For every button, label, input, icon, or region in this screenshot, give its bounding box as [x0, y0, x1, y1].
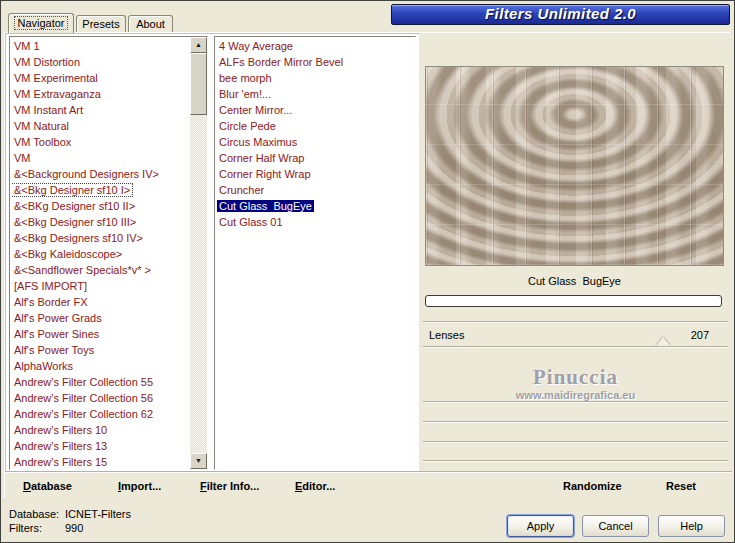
category-item[interactable]: VM [12, 150, 188, 166]
category-item[interactable]: [AFS IMPORT] [12, 278, 188, 294]
filter-item[interactable]: Cut Glass BugEye [217, 198, 413, 214]
filter-item[interactable]: bee morph [217, 70, 413, 86]
category-item-label: [AFS IMPORT] [12, 280, 89, 292]
category-item[interactable]: Andrew's Filter Collection 56 [12, 390, 188, 406]
filter-item[interactable]: ALFs Border Mirror Bevel [217, 54, 413, 70]
category-item-label: Alf's Power Grads [12, 312, 104, 324]
status-filters-value: 990 [65, 522, 83, 534]
category-item-label: Alf's Border FX [12, 296, 90, 308]
category-item[interactable]: &<Bkg Designer sf10 I> [12, 182, 188, 198]
category-item-label: &<Bkg Kaleidoscope> [12, 248, 124, 260]
category-item-label: VM Extravaganza [12, 88, 103, 100]
filter-info-button[interactable]: Filter Info... [200, 472, 259, 500]
preview-panel: Cut Glass BugEye Lenses 207 Pinuccia www… [419, 33, 732, 471]
help-button[interactable]: Help [658, 515, 725, 537]
randomize-button[interactable]: Randomize [563, 472, 622, 500]
filter-item-label: ALFs Border Mirror Bevel [217, 56, 345, 68]
category-item[interactable]: VM Extravaganza [12, 86, 188, 102]
watermark-url: www.maidiregrafica.eu [419, 389, 732, 401]
scroll-up-icon: ▲ [195, 41, 202, 48]
slider-thumb-icon[interactable] [656, 337, 670, 346]
category-item-label: Alf's Power Toys [12, 344, 96, 356]
scroll-down-button[interactable]: ▼ [190, 453, 207, 469]
category-item[interactable]: Andrew's Filter Collection 62 [12, 406, 188, 422]
filter-item[interactable]: Blur 'em!... [217, 86, 413, 102]
category-item[interactable]: &<Bkg Kaleidoscope> [12, 246, 188, 262]
category-item-label: &<Bkg Designer sf10 I> [12, 184, 132, 196]
category-item-label: Andrew's Filter Collection 55 [12, 376, 155, 388]
category-item-label: &<Bkg Designer sf10 III> [12, 216, 138, 228]
category-item-label: VM Experimental [12, 72, 100, 84]
category-item[interactable]: VM Toolbox [12, 134, 188, 150]
filter-item-label: Cut Glass 01 [217, 216, 285, 228]
category-item[interactable]: &<Sandflower Specials*v* > [12, 262, 188, 278]
tab-navigator[interactable]: Navigator [8, 13, 74, 33]
filters-unlimited-window: Filters Unlimited 2.0 Navigator Presets … [0, 0, 735, 543]
filter-item[interactable]: Circle Pede [217, 118, 413, 134]
filter-list[interactable]: 4 Way AverageALFs Border Mirror Bevelbee… [214, 36, 416, 470]
filter-item[interactable]: Circus Maximus [217, 134, 413, 150]
category-item[interactable]: &<Bkg Designer sf10 III> [12, 214, 188, 230]
filter-item[interactable]: Cruncher [217, 182, 413, 198]
category-item-label: &<Background Designers IV> [12, 168, 161, 180]
category-item[interactable]: AlphaWorks [12, 358, 188, 374]
category-item[interactable]: Alf's Border FX [12, 294, 188, 310]
filter-item-label: Corner Right Wrap [217, 168, 313, 180]
filter-item-label: Circle Pede [217, 120, 278, 132]
param-row-lenses: Lenses 207 [425, 325, 722, 345]
app-title: Filters Unlimited 2.0 [485, 5, 636, 22]
filter-item[interactable]: Corner Half Wrap [217, 150, 413, 166]
category-item[interactable]: Alf's Power Sines [12, 326, 188, 342]
watermark-name: Pinuccia [419, 365, 732, 390]
apply-button[interactable]: Apply [507, 515, 574, 537]
filter-item[interactable]: 4 Way Average [217, 38, 413, 54]
category-item[interactable]: VM Experimental [12, 70, 188, 86]
tab-navigator-label: Navigator [15, 17, 66, 29]
category-item[interactable]: Alf's Power Grads [12, 310, 188, 326]
editor-button[interactable]: Editor... [295, 472, 335, 500]
import-button[interactable]: Import... [118, 472, 161, 500]
category-item[interactable]: Andrew's Filter Collection 55 [12, 374, 188, 390]
category-item-label: &<Bkg Designers sf10 IV> [12, 232, 145, 244]
category-item[interactable]: VM Natural [12, 118, 188, 134]
category-scrollbar-track[interactable]: ▲ ▼ [190, 37, 207, 469]
tab-about-label: About [136, 18, 165, 30]
filter-item-label: 4 Way Average [217, 40, 295, 52]
category-item-label: VM Natural [12, 120, 71, 132]
tab-presets-label: Presets [82, 18, 119, 30]
category-item-label: VM 1 [12, 40, 42, 52]
divider [423, 441, 728, 443]
category-item[interactable]: VM Distortion [12, 54, 188, 70]
param-value: 207 [691, 325, 709, 345]
scroll-down-icon: ▼ [195, 457, 202, 464]
category-item[interactable]: VM 1 [12, 38, 188, 54]
category-list[interactable]: VM 1VM DistortionVM ExperimentalVM Extra… [9, 36, 208, 470]
preview-image[interactable] [425, 66, 724, 266]
category-item[interactable]: Andrew's Filters 15 [12, 454, 188, 470]
filter-item[interactable]: Corner Right Wrap [217, 166, 413, 182]
category-item[interactable]: Andrew's Filters 10 [12, 422, 188, 438]
category-item-label: VM Distortion [12, 56, 82, 68]
filter-item[interactable]: Cut Glass 01 [217, 214, 413, 230]
category-item[interactable]: &<Bkg Designers sf10 IV> [12, 230, 188, 246]
cancel-button[interactable]: Cancel [582, 515, 649, 537]
category-item[interactable]: VM Instant Art [12, 102, 188, 118]
category-item[interactable]: Andrew's Filters 13 [12, 438, 188, 454]
database-button[interactable]: Database [23, 472, 72, 500]
category-item-label: Alf's Power Sines [12, 328, 101, 340]
category-item[interactable]: &<BKg Designer sf10 II> [12, 198, 188, 214]
category-item-label: Andrew's Filter Collection 56 [12, 392, 155, 404]
filter-slider-track[interactable] [425, 295, 722, 307]
filter-item[interactable]: Center Mirror... [217, 102, 413, 118]
divider [423, 346, 728, 348]
scroll-up-button[interactable]: ▲ [190, 37, 207, 53]
tab-presets[interactable]: Presets [76, 15, 126, 33]
category-item[interactable]: Alf's Power Toys [12, 342, 188, 358]
category-item-label: &<Sandflower Specials*v* > [12, 264, 153, 276]
category-item[interactable]: &<Background Designers IV> [12, 166, 188, 182]
tab-about[interactable]: About [128, 15, 173, 33]
scrollbar-thumb[interactable] [190, 53, 207, 115]
category-item-label: VM [12, 152, 33, 164]
reset-button[interactable]: Reset [666, 472, 696, 500]
filter-item-label: Circus Maximus [217, 136, 299, 148]
